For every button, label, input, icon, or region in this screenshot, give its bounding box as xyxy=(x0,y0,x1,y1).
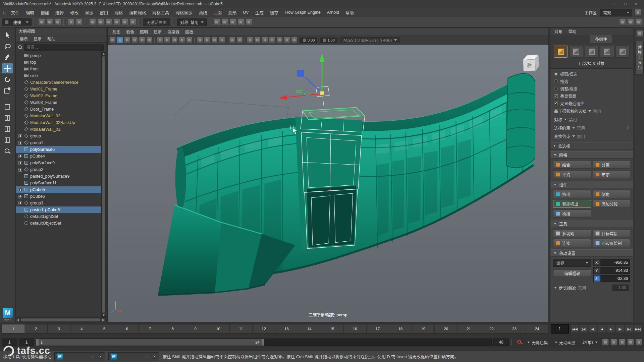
bridge-button[interactable]: 桥接 xyxy=(553,209,591,218)
outliner-item[interactable]: group xyxy=(16,133,101,139)
anim-layer-selector[interactable]: 无动画层 xyxy=(552,339,578,346)
undo-icon[interactable] xyxy=(68,19,74,25)
menu-item[interactable]: 显示 xyxy=(82,9,96,16)
lasso-tool-icon[interactable] xyxy=(2,41,13,51)
camera-attributes-icon[interactable] xyxy=(131,37,138,43)
view-transform-selector[interactable]: ACES 1.0 SDR-video (sRGB) xyxy=(340,37,400,43)
outliner-item[interactable]: pCube4 xyxy=(16,153,101,160)
sidebar-panel-icon[interactable] xyxy=(636,30,643,37)
outliner-item[interactable]: pCube5 xyxy=(16,186,101,193)
menu-item[interactable]: Flow Graph Engine xyxy=(282,9,324,15)
vertex-mode-icon[interactable] xyxy=(569,46,583,58)
animation-preferences-icon[interactable] xyxy=(636,339,642,346)
toolkit-menu[interactable]: 帮助 xyxy=(566,28,579,35)
resolution-gate-icon[interactable] xyxy=(262,37,268,43)
highlight-nearest-component-checkbox[interactable]: 亮显最近组件 xyxy=(554,101,629,106)
wireframe-icon[interactable] xyxy=(157,37,163,43)
step-forward-key-button[interactable]: ▶| xyxy=(625,325,633,333)
go-to-end-button[interactable]: ▶▶| xyxy=(634,325,642,333)
outliner-item[interactable]: defaultObjectSet xyxy=(16,220,101,227)
snap-to-point-icon[interactable] xyxy=(105,19,112,25)
scale-tool-icon[interactable] xyxy=(2,85,13,96)
connect-button[interactable]: 连接 xyxy=(553,239,591,247)
outliner-item[interactable]: pasted_polySurface9 xyxy=(16,173,101,180)
menu-set-selector[interactable]: 建模 xyxy=(2,18,32,26)
redo-icon[interactable] xyxy=(76,19,83,25)
render-settings-icon[interactable] xyxy=(246,19,252,25)
bookmark-icon[interactable] xyxy=(139,37,145,43)
drag-select-option[interactable]: 拖选 xyxy=(554,78,629,84)
go-to-start-button[interactable]: |◀◀ xyxy=(571,325,579,333)
range-slider-track[interactable]: 1 24 xyxy=(36,339,492,346)
quad-draw-button[interactable]: 四边形绘制 xyxy=(593,239,631,247)
step-snap-row[interactable]: 步长捕捉: 禁用 1.00 xyxy=(550,283,633,293)
outliner-horizontal-scrollbar[interactable] xyxy=(16,317,106,322)
step-back-frame-button[interactable]: ◀| xyxy=(589,325,597,333)
outliner-item[interactable]: polySurface6 xyxy=(16,146,101,153)
close-button[interactable]: × xyxy=(632,1,641,7)
scroll-right-icon[interactable] xyxy=(101,318,106,322)
move-tool-icon[interactable] xyxy=(2,63,13,73)
gate-mask-icon[interactable] xyxy=(269,37,275,43)
outliner-item[interactable]: Wall03_Frame xyxy=(16,99,101,106)
isolate-select-icon[interactable] xyxy=(229,37,235,43)
expand-icon[interactable] xyxy=(18,201,22,205)
grid-icon[interactable] xyxy=(247,37,253,43)
outliner-item[interactable]: group3 xyxy=(16,200,101,206)
select-camera-icon[interactable] xyxy=(109,37,116,43)
safe-action-icon[interactable] xyxy=(284,37,290,43)
translate-y-field[interactable]: Y: 914.83 xyxy=(593,267,630,274)
close-icon[interactable]: × xyxy=(152,354,157,359)
make-object-live-icon[interactable] xyxy=(129,19,136,25)
viewport-menu[interactable]: 照明 xyxy=(137,28,151,35)
outliner-item[interactable]: ModalarWall_02 xyxy=(16,113,101,119)
playback-loop-icon[interactable] xyxy=(602,339,609,346)
restore-icon[interactable]: □ xyxy=(144,354,150,359)
expand-icon[interactable] xyxy=(18,168,22,172)
ipr-render-icon[interactable] xyxy=(237,19,244,25)
wireframe-on-shaded-icon[interactable] xyxy=(186,37,193,43)
maximize-button[interactable]: □ xyxy=(621,1,630,7)
scrollbar-thumb[interactable] xyxy=(21,318,100,321)
menu-item[interactable]: 生成 xyxy=(252,9,267,16)
menu-item[interactable]: 选择 xyxy=(52,9,67,16)
outliner-tree[interactable]: persp top front side xyxy=(16,52,101,317)
viewport-menu[interactable]: 着色 xyxy=(123,28,137,35)
menu-item[interactable]: 网格显示 xyxy=(172,9,195,16)
multi-component-mode-icon[interactable] xyxy=(615,46,630,58)
section-tools[interactable]: 工具 xyxy=(550,220,633,227)
smooth-button[interactable]: 平滑 xyxy=(553,170,591,178)
select-tool-icon[interactable] xyxy=(2,30,13,40)
lighting-icon[interactable] xyxy=(197,37,203,43)
animation-start-field[interactable]: 1 xyxy=(2,339,17,346)
move-manipulator[interactable] xyxy=(278,53,324,100)
combine-button[interactable]: 结合 xyxy=(553,161,591,169)
tweak-select-option[interactable]: 调整/框选 xyxy=(554,86,629,92)
outliner-menu[interactable]: 展示 xyxy=(17,35,31,42)
menu-item[interactable]: 编辑 xyxy=(23,9,37,16)
current-frame-field[interactable]: 1 xyxy=(551,324,569,334)
section-move-settings[interactable]: 移动设置 xyxy=(550,249,633,257)
show-channel-box-icon[interactable] xyxy=(635,19,642,25)
shadows-icon[interactable] xyxy=(204,37,210,43)
gamma-field[interactable]: 1.00 xyxy=(320,38,337,43)
target-weld-button[interactable]: 目标焊接 xyxy=(593,229,631,237)
playback-start-field[interactable]: 1 xyxy=(19,339,34,346)
outliner-item[interactable]: CharacterScaleReference xyxy=(16,79,101,86)
layout-four-pane-icon[interactable] xyxy=(2,113,13,123)
outliner-title[interactable]: 大纲视图 xyxy=(16,28,106,35)
outliner-item[interactable]: top xyxy=(16,59,101,66)
menu-item[interactable]: 编辑网格 xyxy=(126,9,149,16)
highlight-backfaces-checkbox[interactable]: 亮显背面 xyxy=(554,93,629,99)
object-mode-icon[interactable] xyxy=(554,46,568,58)
menu-item[interactable]: 窗口 xyxy=(97,9,111,16)
lock-camera-icon[interactable] xyxy=(124,37,130,43)
symmetry-selector[interactable]: 对称: 禁用 xyxy=(177,18,207,26)
menu-item[interactable]: 修改 xyxy=(67,9,82,16)
snap-to-curve-icon[interactable] xyxy=(97,19,104,25)
paint-select-tool-icon[interactable] xyxy=(2,52,13,62)
pick-drag-select-option[interactable]: 抓取/框选 xyxy=(554,71,629,77)
exposure-field[interactable]: 0.00 xyxy=(300,38,317,43)
camera-based-selection-dropdown[interactable]: 基于摄影机的选择 禁用 xyxy=(550,107,633,115)
two-d-pan-zoom-icon[interactable] xyxy=(117,37,123,43)
